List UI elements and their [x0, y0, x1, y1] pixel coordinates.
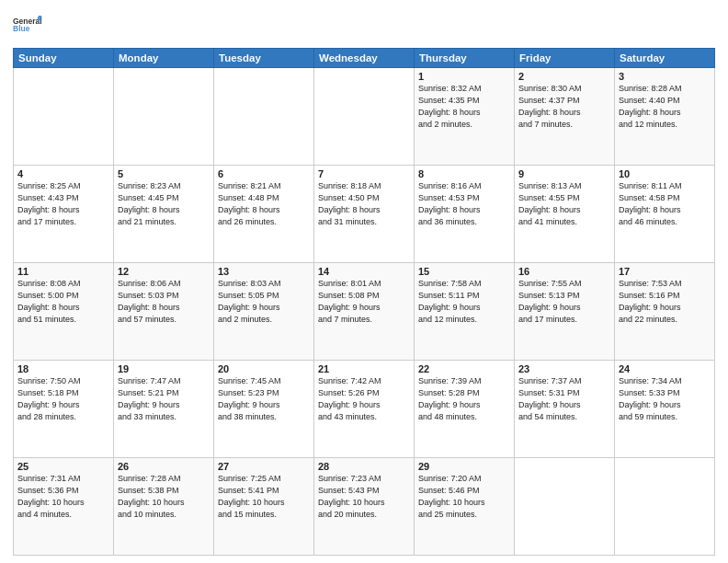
day-info: Sunrise: 7:45 AMSunset: 5:23 PMDaylight:… [218, 375, 310, 423]
day-number: 5 [118, 168, 210, 179]
page: General Blue SundayMondayTuesdayWednesda… [0, 0, 728, 563]
header: General Blue [13, 9, 715, 42]
day-info: Sunrise: 7:37 AMSunset: 5:31 PMDaylight:… [518, 375, 610, 423]
day-info: Sunrise: 7:31 AMSunset: 5:36 PMDaylight:… [17, 473, 109, 521]
calendar-table: SundayMondayTuesdayWednesdayThursdayFrid… [13, 48, 715, 556]
day-info: Sunrise: 7:39 AMSunset: 5:28 PMDaylight:… [418, 375, 510, 423]
day-info: Sunrise: 8:06 AMSunset: 5:03 PMDaylight:… [118, 278, 210, 326]
day-info: Sunrise: 8:30 AMSunset: 4:37 PMDaylight:… [518, 83, 610, 131]
day-info: Sunrise: 8:16 AMSunset: 4:53 PMDaylight:… [418, 180, 510, 228]
day-info: Sunrise: 8:25 AMSunset: 4:43 PMDaylight:… [17, 180, 109, 228]
day-info: Sunrise: 7:23 AMSunset: 5:43 PMDaylight:… [318, 473, 410, 521]
day-cell: 5Sunrise: 8:23 AMSunset: 4:45 PMDaylight… [114, 166, 214, 263]
day-number: 27 [218, 461, 310, 472]
day-cell: 19Sunrise: 7:47 AMSunset: 5:21 PMDayligh… [114, 361, 214, 458]
day-info: Sunrise: 7:55 AMSunset: 5:13 PMDaylight:… [518, 278, 610, 326]
day-cell: 9Sunrise: 8:13 AMSunset: 4:55 PMDaylight… [515, 166, 615, 263]
logo: General Blue [13, 9, 42, 42]
day-number: 8 [418, 168, 510, 179]
day-number: 4 [17, 168, 109, 179]
day-number: 19 [118, 363, 210, 374]
day-cell: 3Sunrise: 8:28 AMSunset: 4:40 PMDaylight… [615, 68, 715, 166]
day-cell [515, 458, 615, 556]
day-number: 14 [318, 266, 410, 277]
day-cell: 7Sunrise: 8:18 AMSunset: 4:50 PMDaylight… [314, 166, 415, 263]
day-cell: 4Sunrise: 8:25 AMSunset: 4:43 PMDaylight… [14, 166, 114, 263]
col-header-tuesday: Tuesday [214, 49, 314, 68]
day-info: Sunrise: 8:13 AMSunset: 4:55 PMDaylight:… [518, 180, 610, 228]
day-cell: 20Sunrise: 7:45 AMSunset: 5:23 PMDayligh… [214, 361, 314, 458]
day-number: 29 [418, 461, 510, 472]
day-cell: 1Sunrise: 8:32 AMSunset: 4:35 PMDaylight… [415, 68, 515, 166]
day-cell [114, 68, 214, 166]
day-cell: 2Sunrise: 8:30 AMSunset: 4:37 PMDaylight… [515, 68, 615, 166]
day-cell: 18Sunrise: 7:50 AMSunset: 5:18 PMDayligh… [14, 361, 114, 458]
col-header-thursday: Thursday [415, 49, 515, 68]
day-number: 25 [17, 461, 109, 472]
week-row-1: 1Sunrise: 8:32 AMSunset: 4:35 PMDaylight… [14, 68, 715, 166]
day-info: Sunrise: 8:08 AMSunset: 5:00 PMDaylight:… [17, 278, 109, 326]
day-cell: 8Sunrise: 8:16 AMSunset: 4:53 PMDaylight… [415, 166, 515, 263]
day-number: 24 [619, 363, 711, 374]
day-cell [314, 68, 415, 166]
day-info: Sunrise: 8:21 AMSunset: 4:48 PMDaylight:… [218, 180, 310, 228]
day-info: Sunrise: 8:11 AMSunset: 4:58 PMDaylight:… [619, 180, 711, 228]
day-number: 1 [418, 71, 510, 82]
day-cell: 15Sunrise: 7:58 AMSunset: 5:11 PMDayligh… [415, 263, 515, 361]
day-info: Sunrise: 7:42 AMSunset: 5:26 PMDaylight:… [318, 375, 410, 423]
day-number: 12 [118, 266, 210, 277]
header-row: SundayMondayTuesdayWednesdayThursdayFrid… [14, 49, 715, 68]
day-number: 9 [518, 168, 610, 179]
day-number: 21 [318, 363, 410, 374]
day-cell: 13Sunrise: 8:03 AMSunset: 5:05 PMDayligh… [214, 263, 314, 361]
day-number: 10 [619, 168, 711, 179]
day-number: 26 [118, 461, 210, 472]
day-cell: 26Sunrise: 7:28 AMSunset: 5:38 PMDayligh… [114, 458, 214, 556]
col-header-monday: Monday [114, 49, 214, 68]
day-number: 23 [518, 363, 610, 374]
day-number: 20 [218, 363, 310, 374]
day-cell: 12Sunrise: 8:06 AMSunset: 5:03 PMDayligh… [114, 263, 214, 361]
col-header-saturday: Saturday [615, 49, 715, 68]
day-info: Sunrise: 8:01 AMSunset: 5:08 PMDaylight:… [318, 278, 410, 326]
day-number: 13 [218, 266, 310, 277]
day-number: 28 [318, 461, 410, 472]
day-cell: 28Sunrise: 7:23 AMSunset: 5:43 PMDayligh… [314, 458, 415, 556]
day-info: Sunrise: 7:34 AMSunset: 5:33 PMDaylight:… [619, 375, 711, 423]
day-cell: 23Sunrise: 7:37 AMSunset: 5:31 PMDayligh… [515, 361, 615, 458]
day-info: Sunrise: 7:47 AMSunset: 5:21 PMDaylight:… [118, 375, 210, 423]
day-cell [14, 68, 114, 166]
day-number: 18 [17, 363, 109, 374]
day-cell: 29Sunrise: 7:20 AMSunset: 5:46 PMDayligh… [415, 458, 515, 556]
day-info: Sunrise: 8:32 AMSunset: 4:35 PMDaylight:… [418, 83, 510, 131]
day-cell [615, 458, 715, 556]
day-number: 17 [619, 266, 711, 277]
day-cell: 16Sunrise: 7:55 AMSunset: 5:13 PMDayligh… [515, 263, 615, 361]
day-number: 6 [218, 168, 310, 179]
week-row-4: 18Sunrise: 7:50 AMSunset: 5:18 PMDayligh… [14, 361, 715, 458]
day-cell: 24Sunrise: 7:34 AMSunset: 5:33 PMDayligh… [615, 361, 715, 458]
day-number: 2 [518, 71, 610, 82]
svg-text:Blue: Blue [13, 24, 30, 33]
logo-svg: General Blue [13, 9, 42, 42]
day-cell: 25Sunrise: 7:31 AMSunset: 5:36 PMDayligh… [14, 458, 114, 556]
day-cell: 10Sunrise: 8:11 AMSunset: 4:58 PMDayligh… [615, 166, 715, 263]
day-number: 22 [418, 363, 510, 374]
week-row-2: 4Sunrise: 8:25 AMSunset: 4:43 PMDaylight… [14, 166, 715, 263]
day-cell: 22Sunrise: 7:39 AMSunset: 5:28 PMDayligh… [415, 361, 515, 458]
day-info: Sunrise: 7:28 AMSunset: 5:38 PMDaylight:… [118, 473, 210, 521]
day-info: Sunrise: 7:58 AMSunset: 5:11 PMDaylight:… [418, 278, 510, 326]
day-number: 15 [418, 266, 510, 277]
day-info: Sunrise: 8:23 AMSunset: 4:45 PMDaylight:… [118, 180, 210, 228]
day-cell: 11Sunrise: 8:08 AMSunset: 5:00 PMDayligh… [14, 263, 114, 361]
day-info: Sunrise: 7:25 AMSunset: 5:41 PMDaylight:… [218, 473, 310, 521]
day-cell: 27Sunrise: 7:25 AMSunset: 5:41 PMDayligh… [214, 458, 314, 556]
day-number: 7 [318, 168, 410, 179]
day-number: 16 [518, 266, 610, 277]
day-cell: 21Sunrise: 7:42 AMSunset: 5:26 PMDayligh… [314, 361, 415, 458]
col-header-friday: Friday [515, 49, 615, 68]
day-number: 3 [619, 71, 711, 82]
day-info: Sunrise: 7:53 AMSunset: 5:16 PMDaylight:… [619, 278, 711, 326]
col-header-wednesday: Wednesday [314, 49, 415, 68]
day-cell: 17Sunrise: 7:53 AMSunset: 5:16 PMDayligh… [615, 263, 715, 361]
